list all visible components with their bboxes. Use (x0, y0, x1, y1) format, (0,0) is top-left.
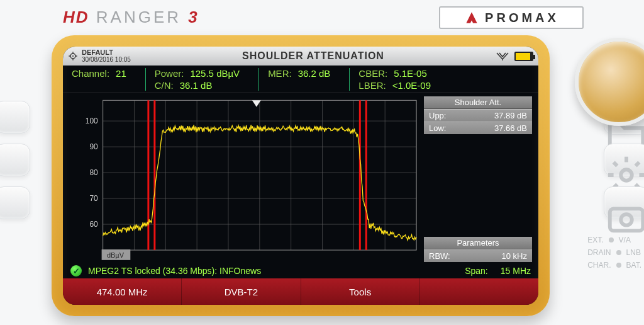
profile-name: DEFAULT (82, 48, 131, 56)
battery-icon (514, 52, 533, 61)
svg-text:60: 60 (89, 220, 97, 229)
device-bezel: DEFAULT 30/08/2016 10:05 SHOULDER ATTENU… (52, 35, 550, 316)
hw-button-left-2[interactable] (0, 144, 30, 176)
antenna-icon (496, 52, 509, 60)
lcd-screen: DEFAULT 30/08/2016 10:05 SHOULDER ATTENU… (63, 47, 538, 305)
power-value: 125.5 dBµV (190, 68, 240, 79)
span-value: 15 MHz (501, 266, 531, 276)
svg-rect-1 (610, 208, 643, 231)
svg-text:dBµV: dBµV (107, 251, 124, 258)
title-bar: DEFAULT 30/08/2016 10:05 SHOULDER ATTENU… (63, 47, 538, 66)
softkey-bar: 474.00 MHz DVB-T2 Tools (63, 278, 538, 305)
svg-text:90: 90 (89, 142, 97, 151)
svg-text:100: 100 (86, 117, 98, 125)
softkey-f3[interactable]: Tools (301, 278, 420, 305)
lber-value: <1.0E-09 (392, 80, 431, 91)
parameters-panel: Parameters RBW:10 kHz (424, 237, 532, 262)
target-icon (68, 51, 78, 61)
hw-button-left-3[interactable] (0, 186, 30, 219)
svg-point-0 (621, 169, 632, 181)
hw-led-labels: EXT.V/A DRAINLNB CHAR.BAT. (587, 232, 641, 273)
channel-value: 21 (116, 68, 126, 91)
svg-text:80: 80 (89, 168, 97, 177)
cber-value: 5.1E-05 (394, 68, 427, 79)
lock-ok-icon: ✓ (70, 265, 82, 277)
rotary-knob[interactable] (575, 38, 644, 126)
cn-value: 36.1 dB (180, 80, 213, 91)
shoulder-low: 37.66 dB (494, 123, 527, 133)
softkey-f4[interactable] (420, 278, 538, 305)
promax-logo: PROMAX (439, 6, 584, 29)
status-text: MPEG2 TS locked (34.36 Mbps): INFOnews (88, 266, 261, 276)
screen-title: SHOULDER ATTENUATION (131, 50, 496, 62)
svg-point-4 (72, 55, 74, 57)
hw-button-left-1[interactable] (0, 101, 30, 134)
softkey-f1[interactable]: 474.00 MHz (63, 278, 182, 305)
measurement-bar: Channel:21 Power:125.5 dBµV C/N:36.1 dB … (63, 66, 538, 93)
mer-value: 36.2 dB (298, 68, 331, 91)
svg-point-2 (621, 214, 632, 225)
hw-button-settings[interactable] (604, 144, 644, 176)
parameters-header: Parameters (424, 237, 532, 249)
shoulder-header: Shoulder Att. (424, 96, 532, 109)
svg-text:70: 70 (89, 194, 97, 203)
shoulder-upp: 37.89 dB (494, 111, 527, 120)
rbw-value: 10 kHz (502, 251, 527, 261)
shoulder-att-panel: Shoulder Att. Upp:37.89 dB Low:37.66 dB (424, 96, 532, 134)
spectrum-plot[interactable]: 60708090100dBµV (69, 96, 419, 262)
hw-button-camera[interactable] (604, 186, 644, 219)
softkey-f2[interactable]: DVB-T2 (182, 278, 301, 305)
device-brand: HD RANGER 3 (63, 8, 200, 27)
datetime: 30/08/2016 10:05 (82, 56, 131, 64)
status-bar: ✓ MPEG2 TS locked (34.36 Mbps): INFOnews… (63, 263, 538, 278)
